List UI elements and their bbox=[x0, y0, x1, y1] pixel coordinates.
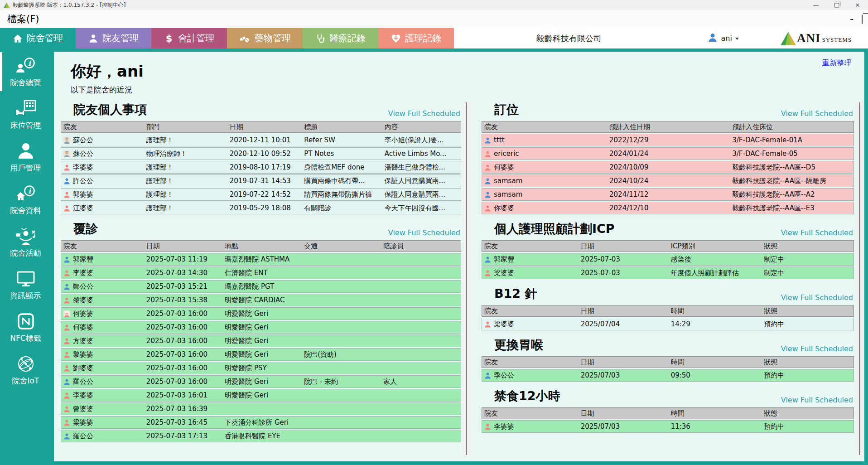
column-header: 時間 bbox=[669, 356, 762, 368]
cell: 2025-07-03 15:21 bbox=[144, 280, 222, 293]
bed-booking-table: 院友預計入住日期預計入住床位tttt2022/12/293/F-DAC-Fema… bbox=[482, 120, 854, 215]
sidebar-item-label: 用戶管理 bbox=[10, 163, 41, 173]
minimize-icon[interactable]: — bbox=[805, 0, 826, 10]
view-full-scheduled-link[interactable]: View Full Scheduled bbox=[781, 109, 853, 118]
refresh-link[interactable]: 重新整理 bbox=[822, 58, 851, 68]
nav-tab-medication-management[interactable]: 藥物管理 bbox=[227, 28, 303, 48]
section-icp-plan: 個人護理照顧計劃ICPView Full Scheduled院友日期ICP類別狀… bbox=[482, 221, 854, 280]
table-row[interactable]: 鄭公公2025-07-03 15:21瑪嘉烈醫院 PGT bbox=[61, 280, 461, 293]
table-row[interactable]: 你婆婆2024/12/10毅齡科技護老院--AA區--E3 bbox=[482, 202, 854, 214]
table-row[interactable]: 黎婆婆2025-07-03 15:38明愛醫院 CARDIAC bbox=[61, 294, 461, 306]
cell: 2024/01/24 bbox=[607, 147, 730, 160]
table-row[interactable]: 李婆婆護理部！2019-08-10 17:19身體檢查MEF done潘醫生已做… bbox=[61, 161, 461, 174]
column-header: 標題 bbox=[302, 121, 382, 133]
resident-name: 李婆婆 bbox=[73, 163, 93, 172]
table-row[interactable]: 蘇公公物理治療師！2020-12-10 09:52PT NotesActive … bbox=[61, 147, 461, 160]
cell bbox=[302, 294, 381, 306]
table-row[interactable]: 羅公公2025-07-03 16:00明愛醫院 Geri院巴 - 未約家人 bbox=[61, 375, 461, 388]
view-full-scheduled-link[interactable]: View Full Scheduled bbox=[781, 228, 853, 237]
cell bbox=[302, 253, 381, 266]
resident-cell: 郭婆婆 bbox=[61, 188, 144, 201]
user-menu[interactable]: ani bbox=[707, 32, 739, 45]
table-row[interactable]: 許公公護理部！2019-07-31 14:53購買兩條中碼有帶...保証人同意購… bbox=[61, 174, 461, 187]
child-restore-icon[interactable] bbox=[862, 15, 863, 24]
content-frame: 重新整理 你好，ani 以下是院舍的近況 院友個人事項View Full Sch… bbox=[51, 48, 868, 465]
restore-icon[interactable] bbox=[826, 0, 847, 10]
column-header: 院友 bbox=[482, 121, 607, 133]
cell bbox=[381, 348, 461, 361]
section-title: 更換胃喉 bbox=[494, 337, 543, 353]
section-follow-up-visits: 覆診View Full Scheduled院友日期地點交通陪診員郭家豐2025-… bbox=[61, 221, 461, 443]
table-row[interactable]: 李婆婆2025-07-03 16:01明愛醫院 Geri bbox=[61, 389, 461, 402]
sidebar-item-home-info[interactable]: i院舍資料 bbox=[0, 179, 51, 222]
table-row[interactable]: 何婆婆2025-07-03 16:00明愛醫院 Geri bbox=[61, 307, 461, 320]
cell: 請買兩條無帶防撕片褲 bbox=[302, 188, 382, 201]
svg-text:i: i bbox=[28, 59, 31, 68]
table-row[interactable]: 李婆婆2025-07-03 14:30仁濟醫院 ENT bbox=[61, 266, 461, 279]
resident-name: 許公公 bbox=[73, 177, 93, 185]
nav-tab-home-management[interactable]: 院舍管理 bbox=[0, 28, 76, 48]
resident-cell: ericeric bbox=[482, 147, 607, 160]
view-full-scheduled-link[interactable]: View Full Scheduled bbox=[388, 109, 460, 118]
cell: 2025-07-03 16:00 bbox=[144, 375, 222, 388]
table-row[interactable]: 郭婆婆護理部！2019-07-22 14:52請買兩條無帶防撕片褲保證人同意購買… bbox=[61, 188, 461, 201]
table-row[interactable]: 曾婆婆2025-07-03 16:39 bbox=[61, 402, 461, 415]
cell: 明愛醫院 Geri bbox=[222, 348, 302, 361]
table-row[interactable]: 羅公公2025-07-03 17:13香港眼科醫院 EYE bbox=[61, 430, 461, 442]
resident-cell: 郭家豐 bbox=[482, 253, 579, 266]
cell: 2020-12-10 09:52 bbox=[227, 147, 302, 160]
sidebar-item-bed-management[interactable]: 床位管理 bbox=[0, 94, 51, 136]
sidebar-item-user-management[interactable]: 用戶管理 bbox=[0, 136, 51, 179]
table-row[interactable]: 郭家豐2025-07-03感染後制定中 bbox=[482, 253, 854, 266]
close-icon[interactable]: ✕ bbox=[847, 0, 868, 10]
view-full-scheduled-link[interactable]: View Full Scheduled bbox=[388, 228, 460, 237]
cell bbox=[302, 416, 381, 429]
sidebar-item-nfc-tags[interactable]: NFC標籤 bbox=[0, 307, 51, 349]
table-row[interactable]: ericeric2024/01/243/F-DAC-Female-05 bbox=[482, 147, 854, 160]
view-full-scheduled-link[interactable]: View Full Scheduled bbox=[781, 293, 853, 302]
nav-tab-label: 藥物管理 bbox=[255, 32, 291, 44]
section-title: 訂位 bbox=[494, 102, 519, 118]
left-panel-scrollbar[interactable] bbox=[463, 102, 471, 456]
table-row[interactable]: 李婆婆2025/07/0311:36預約中 bbox=[482, 420, 854, 433]
nav-tab-resident-management[interactable]: 院友管理 bbox=[76, 28, 151, 48]
table-row[interactable]: 何婆婆2024/10/09毅齡科技護老院--AA區--D5 bbox=[482, 161, 854, 174]
nav-tab-medical-records[interactable]: 醫療記錄 bbox=[303, 28, 378, 48]
right-panel-scrollbar[interactable] bbox=[856, 102, 864, 456]
table-row[interactable]: 蘇公公護理部！2020-12-11 10:01Refer SW李小姐(保證人)要… bbox=[61, 134, 461, 146]
sidebar-item-home-iot[interactable]: 院舍IoT bbox=[0, 349, 51, 392]
sidebar-item-home-overview[interactable]: i院舍總覽 bbox=[0, 51, 51, 94]
table-row[interactable]: 梁婆婆2025-07-03 16:45下葵涌分科診所 Geri bbox=[61, 416, 461, 429]
table-row[interactable]: tttt2022/12/293/F-DAC-Female-01A bbox=[482, 134, 854, 146]
table-row[interactable]: 方婆婆2025-07-03 16:00明愛醫院 Geri bbox=[61, 334, 461, 347]
resident-avatar-icon bbox=[484, 321, 491, 328]
resident-cell: 何婆婆 bbox=[61, 321, 144, 334]
gastric-tube-change-table: 院友日期時間狀態季公公2025/07/0309:50預約中 bbox=[482, 355, 854, 383]
resident-name: 李婆婆 bbox=[73, 269, 93, 277]
file-menu[interactable]: 檔案(F) bbox=[7, 13, 39, 25]
table-row[interactable]: 梁婆婆2025/07/0414:29預約中 bbox=[482, 318, 854, 330]
cell: 護理部！ bbox=[144, 174, 227, 187]
view-full-scheduled-link[interactable]: View Full Scheduled bbox=[781, 344, 853, 353]
table-row[interactable]: samsam2024/10/24毅齡科技護老院--AA區--隔離房 bbox=[482, 174, 854, 187]
sidebar-item-info-display[interactable]: 資訊顯示 bbox=[0, 264, 51, 307]
table-row[interactable]: 梁婆婆2025-07-03年度個人照顧計劃評估制定中 bbox=[482, 266, 854, 279]
child-minimize-icon[interactable]: – bbox=[850, 15, 854, 23]
cell: 護理部！ bbox=[144, 161, 227, 174]
sidebar-item-home-activities[interactable]: 院舍活動 bbox=[0, 222, 51, 264]
table-row[interactable]: 季公公2025/07/0309:50預約中 bbox=[482, 369, 854, 382]
nav-tab-nursing-records[interactable]: 護理記錄 bbox=[378, 28, 454, 48]
table-row[interactable]: samsam2024/11/12毅齡科技護老院--AA區--A2 bbox=[482, 188, 854, 201]
table-row[interactable]: 郭家豐2025-07-03 11:19瑪嘉烈醫院 ASTHMA bbox=[61, 253, 461, 266]
cell: 2024/10/09 bbox=[607, 161, 730, 174]
column-header: 狀態 bbox=[762, 407, 854, 419]
table-row[interactable]: 劉婆婆2025-07-03 16:00明愛醫院 PSY bbox=[61, 362, 461, 374]
sidebar-item-label: 院舍IoT bbox=[12, 376, 39, 386]
table-row[interactable]: 黎婆婆2025-07-03 16:00明愛醫院 Geri院巴(資助) bbox=[61, 348, 461, 361]
table-row[interactable]: 何婆婆2025-07-03 16:00明愛醫院 Geri bbox=[61, 321, 461, 334]
nav-tab-accounting-management[interactable]: $會計管理 bbox=[151, 28, 227, 48]
table-row[interactable]: 江婆婆護理部！2019-05-29 18:08有關陪診今天下午因沒有國... bbox=[61, 202, 461, 214]
cell: 感染後 bbox=[669, 253, 762, 266]
resident-cell: 蘇公公 bbox=[61, 134, 144, 146]
view-full-scheduled-link[interactable]: View Full Scheduled bbox=[781, 396, 853, 404]
